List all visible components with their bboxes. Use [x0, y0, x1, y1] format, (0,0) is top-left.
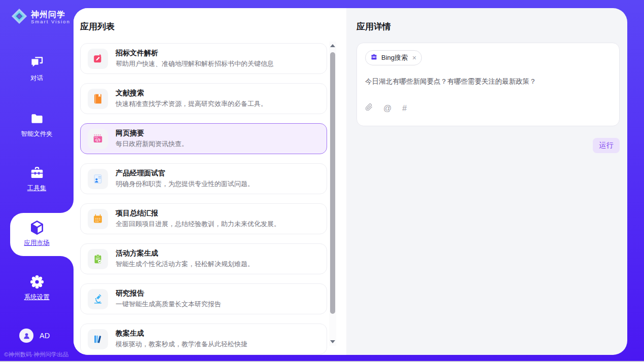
bubble-curve-bottom	[60, 256, 74, 269]
scrollbar-track[interactable]	[330, 49, 335, 338]
tender-doc-parse-icon	[88, 49, 108, 69]
app-title: 活动方案生成	[116, 249, 254, 258]
app-card-pm-interviewer[interactable]: 产品经理面试官 明确身份和职责，为您提供专业性的面试问题。	[80, 163, 327, 194]
brand-subtitle: Smart Vision	[31, 19, 70, 24]
pm-interviewer-icon	[88, 169, 108, 189]
app-title: 研究报告	[116, 289, 221, 298]
web-summary-icon	[88, 129, 108, 149]
user-avatar[interactable]	[19, 329, 33, 343]
research-report-icon	[88, 289, 108, 309]
app-card-lesson-plan[interactable]: 教案生成 模板驱动，教案秒成，教学准备从此轻松快捷	[80, 323, 327, 354]
app-card-project-summary[interactable]: 项目总结汇报 全面回顾项目进展，总结经验教训，助力未来优化发展。	[80, 203, 327, 234]
run-button[interactable]: 运行	[593, 138, 620, 153]
sidebar: 神州问学 Smart Vision 对话 智能文件夹	[0, 0, 74, 362]
tool-tag-label: Bing搜索	[381, 53, 408, 62]
app-card-text: 活动方案生成 智能生成个性化活动方案，轻松解决规划难题。	[116, 249, 254, 269]
app-title: 网页摘要	[116, 129, 188, 138]
hashtag-icon[interactable]: #	[402, 104, 407, 113]
briefcase-icon	[370, 53, 378, 63]
app-card-text: 项目总结汇报 全面回顾项目进展，总结经验教训，助力未来优化发展。	[116, 209, 280, 229]
mention-icon[interactable]: @	[383, 104, 391, 113]
diamond-logo-icon	[11, 8, 28, 27]
app-detail-panel: 应用详情 Bing搜索 × 今日湖北有哪些新闻要点？有哪些需要关注的最新政策？	[346, 8, 627, 355]
app-card-text: 招标文件解析 帮助用户快速、准确地理解和解析招标书中的关键信息	[116, 49, 274, 68]
app-desc: 每日政府新闻资讯快查。	[116, 139, 188, 149]
chat-icon	[29, 55, 45, 71]
app-title: 文献搜索	[116, 89, 267, 98]
sidebar-item-smart-folder[interactable]: 智能文件夹	[0, 111, 74, 138]
app-card-text: 研究报告 一键智能生成高质量长文本研究报告	[116, 289, 221, 309]
toolbox-icon	[29, 165, 45, 181]
app-title: 产品经理面试官	[116, 169, 254, 178]
app-card-literature-search[interactable]: 文献搜索 快速精准查找学术资源，提高研究效率的必备工具。	[80, 83, 327, 114]
app-card-text: 教案生成 模板驱动，教案秒成，教学准备从此轻松快捷	[116, 329, 247, 349]
app-detail-title: 应用详情	[356, 21, 620, 32]
bubble-curve-top	[60, 200, 74, 213]
sidebar-item-label: 应用市场	[0, 239, 74, 247]
app-card-text: 文献搜索 快速精准查找学术资源，提高研究效率的必备工具。	[116, 89, 267, 108]
app-list-scrollbar[interactable]	[329, 42, 336, 346]
sidebar-item-settings[interactable]: 系统设置	[0, 274, 74, 302]
sidebar-item-chat[interactable]: 对话	[0, 55, 74, 83]
query-input[interactable]: 今日湖北有哪些新闻要点？有哪些需要关注的最新政策？	[365, 77, 611, 86]
sidebar-item-label: 系统设置	[0, 293, 74, 302]
app-card-text: 产品经理面试官 明确身份和职责，为您提供专业性的面试问题。	[116, 169, 254, 189]
app-card-tender-doc-parse[interactable]: 招标文件解析 帮助用户快速、准确地理解和解析招标书中的关键信息	[80, 43, 327, 74]
app-list-title: 应用列表	[80, 21, 346, 32]
sidebar-item-app-market[interactable]: 应用市场	[0, 220, 74, 247]
brand-name: 神州问学	[31, 10, 70, 19]
app-list-panel: 应用列表 招标文件解析 帮助用户快速、准确地理解和解析招标书中的关键信息	[74, 8, 346, 355]
app-desc: 模板驱动，教案秒成，教学准备从此轻松快捷	[116, 340, 247, 349]
app-desc: 一键智能生成高质量长文本研究报告	[116, 300, 221, 309]
scrollbar-thumb[interactable]	[330, 52, 335, 314]
brand-logo: 神州问学 Smart Vision	[11, 8, 70, 27]
sidebar-item-toolset[interactable]: 工具集	[0, 165, 74, 193]
app-card-research-report[interactable]: 研究报告 一键智能生成高质量长文本研究报告	[80, 283, 327, 314]
cube-icon	[29, 220, 45, 236]
literature-search-icon	[88, 89, 108, 109]
person-icon	[22, 332, 31, 340]
event-plan-icon	[88, 249, 108, 269]
sidebar-item-label: 对话	[0, 74, 74, 83]
main-container: 应用列表 招标文件解析 帮助用户快速、准确地理解和解析招标书中的关键信息	[74, 8, 627, 355]
app-title: 教案生成	[116, 329, 247, 338]
user-initials: AD	[40, 332, 50, 340]
scroll-up-arrow-icon[interactable]	[330, 44, 335, 47]
app-desc: 明确身份和职责，为您提供专业性的面试问题。	[116, 179, 254, 189]
attachment-toolbar: @ #	[365, 103, 611, 114]
sidebar-item-label: 智能文件夹	[0, 130, 74, 138]
folder-icon	[29, 111, 45, 127]
app-title: 招标文件解析	[116, 49, 274, 58]
app-card-text: 网页摘要 每日政府新闻资讯快查。	[116, 129, 188, 149]
app-title: 项目总结汇报	[116, 209, 280, 218]
copyright-footer: ©神州数码·神州问学出品	[4, 351, 68, 358]
app-desc: 快速精准查找学术资源，提高研究效率的必备工具。	[116, 99, 267, 108]
app-window: { "brand": { "name": "神州问学", "subtitle":…	[0, 0, 644, 362]
tag-close-icon[interactable]: ×	[412, 54, 416, 61]
lesson-plan-icon	[88, 329, 108, 349]
app-card-event-plan[interactable]: 活动方案生成 智能生成个性化活动方案，轻松解决规划难题。	[80, 243, 327, 274]
app-desc: 全面回顾项目进展，总结经验教训，助力未来优化发展。	[116, 220, 280, 229]
scroll-down-arrow-icon[interactable]	[330, 340, 335, 343]
app-desc: 帮助用户快速、准确地理解和解析招标书中的关键信息	[116, 59, 274, 68]
app-desc: 智能生成个性化活动方案，轻松解决规划难题。	[116, 260, 254, 269]
paperclip-icon[interactable]	[365, 103, 373, 114]
sidebar-item-label: 工具集	[0, 184, 74, 193]
app-list: 招标文件解析 帮助用户快速、准确地理解和解析招标书中的关键信息 文献搜索 快速精…	[80, 43, 327, 354]
app-card-web-summary[interactable]: 网页摘要 每日政府新闻资讯快查。	[80, 123, 327, 154]
query-card: Bing搜索 × 今日湖北有哪些新闻要点？有哪些需要关注的最新政策？ @ #	[356, 43, 620, 126]
gear-icon	[29, 274, 45, 290]
tool-tag-bing-search[interactable]: Bing搜索 ×	[365, 50, 422, 65]
project-summary-icon	[88, 209, 108, 229]
